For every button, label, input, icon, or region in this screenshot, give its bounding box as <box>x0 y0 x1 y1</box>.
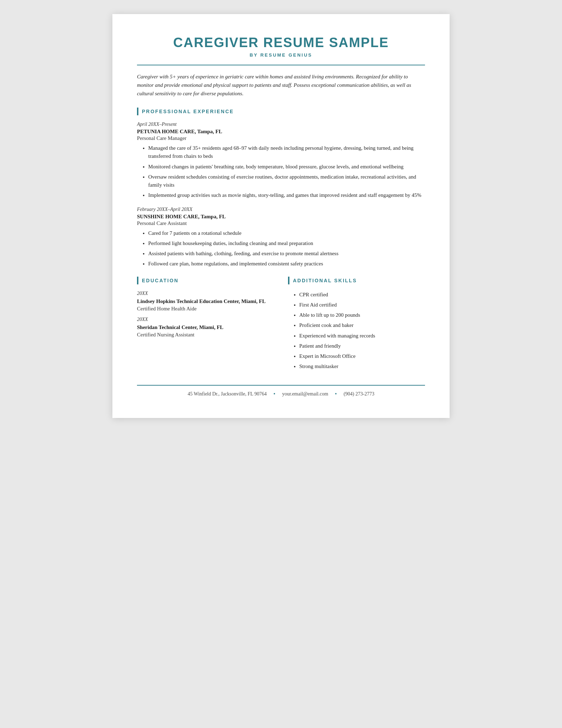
list-item: Expert in Microsoft Office <box>299 352 425 360</box>
section-border-accent <box>288 277 289 284</box>
main-title: CAREGIVER RESUME SAMPLE <box>137 35 425 50</box>
job-bullets-2: Cared for 7 patients on a rotational sch… <box>137 229 425 268</box>
job-block-2: February 20XX–April 20XX SUNSHINE HOME C… <box>137 207 425 268</box>
job-date-1: April 20XX–Present <box>137 122 425 127</box>
additional-skills-section: ADDITIONAL SKILLS CPR certified First Ai… <box>288 277 425 376</box>
job-bullets-1: Managed the care of 35+ residents aged 6… <box>137 144 425 200</box>
list-item: Monitored changes in patients' breathing… <box>148 163 425 171</box>
header-section: CAREGIVER RESUME SAMPLE BY RESUME GENIUS <box>137 35 425 58</box>
list-item: Assisted patients with bathing, clothing… <box>148 250 425 258</box>
subtitle: BY RESUME GENIUS <box>137 52 425 58</box>
professional-experience-section: PROFESSIONAL EXPERIENCE April 20XX–Prese… <box>137 108 425 268</box>
footer-divider <box>137 385 425 386</box>
footer-contact: 45 Winfield Dr., Jacksonville, FL 90764 … <box>137 391 425 397</box>
list-item: Patient and friendly <box>299 342 425 350</box>
footer-address: 45 Winfield Dr., Jacksonville, FL 90764 <box>188 391 267 397</box>
list-item: CPR certified <box>299 291 425 299</box>
footer-dot-1: • <box>274 391 275 397</box>
footer-phone: (904) 273-2773 <box>344 391 374 397</box>
list-item: Experienced with managing records <box>299 332 425 340</box>
edu-date-2: 20XX <box>137 317 274 322</box>
footer-dot-2: • <box>335 391 337 397</box>
job-block-1: April 20XX–Present PETUNIA HOME CARE, Ta… <box>137 122 425 200</box>
resume-document: CAREGIVER RESUME SAMPLE BY RESUME GENIUS… <box>112 14 450 418</box>
edu-school-1: Lindsey Hopkins Technical Education Cent… <box>137 298 274 305</box>
job-title-1: Personal Care Manager <box>137 135 425 141</box>
list-item: Performed light housekeeping duties, inc… <box>148 239 425 247</box>
footer-email: your.email@email.com <box>282 391 328 397</box>
section-border-accent <box>137 108 138 115</box>
edu-school-2: Sheridan Technical Center, Miami, FL <box>137 324 274 331</box>
list-item: Implemented group activities such as mov… <box>148 191 425 199</box>
list-item: Followed care plan, home regulations, an… <box>148 260 425 268</box>
edu-degree-1: Certified Home Health Aide <box>137 306 274 312</box>
section-border-accent <box>137 277 138 284</box>
header-divider <box>137 65 425 65</box>
education-title: EDUCATION <box>142 278 179 283</box>
list-item: Proficient cook and baker <box>299 321 425 329</box>
education-header: EDUCATION <box>137 277 274 284</box>
list-item: Managed the care of 35+ residents aged 6… <box>148 144 425 161</box>
edu-degree-2: Certified Nursing Assistant <box>137 332 274 338</box>
education-section: EDUCATION 20XX Lindsey Hopkins Technical… <box>137 277 274 376</box>
list-item: Strong multitasker <box>299 362 425 371</box>
professional-experience-title: PROFESSIONAL EXPERIENCE <box>142 109 234 114</box>
list-item: Oversaw resident schedules consisting of… <box>148 173 425 189</box>
job-employer-2: SUNSHINE HOME CARE, Tampa, FL <box>137 214 425 220</box>
summary-text: Caregiver with 5+ years of experience in… <box>137 72 425 98</box>
additional-skills-header: ADDITIONAL SKILLS <box>288 277 425 284</box>
edu-date-1: 20XX <box>137 291 274 296</box>
additional-skills-title: ADDITIONAL SKILLS <box>293 278 357 283</box>
job-employer-1: PETUNIA HOME CARE, Tampa, FL <box>137 129 425 135</box>
skills-list: CPR certified First Aid certified Able t… <box>288 291 425 371</box>
job-date-2: February 20XX–April 20XX <box>137 207 425 212</box>
list-item: Cared for 7 patients on a rotational sch… <box>148 229 425 237</box>
job-title-2: Personal Care Assistant <box>137 220 425 226</box>
professional-experience-header: PROFESSIONAL EXPERIENCE <box>137 108 425 115</box>
list-item: First Aid certified <box>299 301 425 309</box>
two-column-section: EDUCATION 20XX Lindsey Hopkins Technical… <box>137 277 425 376</box>
list-item: Able to lift up to 200 pounds <box>299 311 425 319</box>
